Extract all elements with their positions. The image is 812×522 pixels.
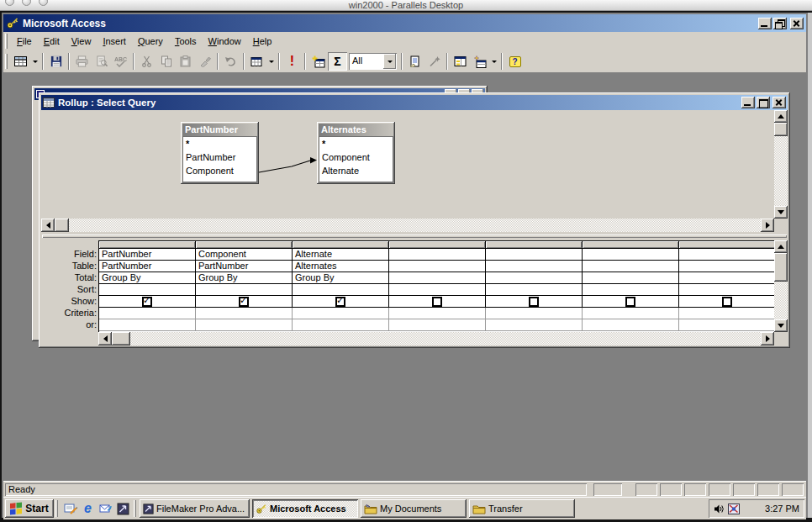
scroll-up-button[interactable] [774, 240, 788, 253]
grid-cell-sort[interactable] [196, 284, 293, 296]
grid-cell-criteria[interactable] [293, 308, 389, 319]
start-button[interactable]: Start [5, 499, 54, 518]
run-button[interactable]: ! [282, 52, 302, 71]
format-painter-button[interactable] [195, 52, 214, 71]
grid-cell-sort[interactable] [583, 284, 679, 296]
internet-explorer-icon[interactable]: e [79, 500, 97, 517]
field-item[interactable]: Alternate [322, 164, 393, 177]
print-preview-button[interactable] [92, 52, 111, 71]
mac-titlebar[interactable]: win2000 - Parallels Desktop [0, 0, 812, 11]
grid-cell-table[interactable] [389, 261, 486, 272]
menubar-drag-handle[interactable] [5, 34, 8, 49]
grid-cell-total[interactable] [583, 272, 679, 284]
view-dropdown-arrow[interactable] [30, 52, 40, 71]
scroll-right-button[interactable] [761, 332, 774, 345]
grid-cell-field[interactable] [486, 249, 583, 261]
grid-cell-table[interactable] [583, 261, 679, 272]
query-minimize-button[interactable] [741, 97, 755, 108]
query-type-button[interactable] [247, 52, 266, 71]
show-checkbox[interactable] [625, 297, 635, 307]
diagram-horizontal-scrollbar[interactable] [41, 219, 774, 232]
grid-cell-table[interactable] [679, 261, 774, 272]
query-type-dropdown-arrow[interactable] [266, 52, 276, 71]
scroll-down-button[interactable] [774, 319, 788, 332]
grid-cell-field[interactable]: PartNumber [99, 249, 196, 261]
menu-insert[interactable]: Insert [97, 34, 132, 49]
grid-cell-or[interactable] [679, 319, 774, 331]
field-item[interactable]: Component [186, 164, 256, 177]
grid-cell-total[interactable]: Group By [293, 272, 389, 284]
database-window-button[interactable] [451, 52, 470, 71]
spelling-button[interactable]: ABC [111, 52, 130, 71]
field-list-partnumber[interactable]: PartNumber * PartNumber Component [181, 122, 259, 184]
diagram-vertical-scrollbar[interactable] [774, 110, 788, 219]
scroll-left-button[interactable] [98, 332, 112, 345]
grid-cell-criteria[interactable] [679, 308, 774, 319]
grid-cell-criteria[interactable] [583, 308, 679, 319]
taskbar-clock[interactable]: 3:27 PM [744, 504, 799, 514]
grid-cell-table[interactable] [486, 261, 583, 272]
view-datasheet-button[interactable] [11, 52, 30, 71]
task-transfer[interactable]: Transfer [469, 499, 575, 518]
grid-cell-total[interactable]: Group By [196, 272, 293, 284]
scroll-thumb[interactable] [774, 123, 788, 136]
grid-cell-sort[interactable] [679, 284, 774, 296]
grid-cell-sort[interactable] [99, 284, 196, 296]
properties-button[interactable] [405, 52, 424, 71]
pane-splitter[interactable] [41, 232, 788, 240]
field-item[interactable]: Component [322, 150, 393, 164]
restore-button[interactable] [773, 18, 787, 29]
top-values-combobox[interactable]: All [349, 53, 397, 70]
show-table-button[interactable] [308, 52, 328, 71]
scroll-thumb[interactable] [112, 332, 130, 345]
grid-cell-criteria[interactable] [196, 308, 293, 319]
grid-cell-field[interactable]: Component [196, 249, 293, 261]
show-checkbox[interactable] [432, 297, 442, 307]
field-list-title[interactable]: Alternates [319, 124, 393, 136]
grid-cell-or[interactable] [389, 319, 486, 331]
column-selector[interactable] [293, 241, 389, 249]
grid-cell-table[interactable]: PartNumber [196, 261, 293, 272]
toolbar-drag-handle[interactable] [5, 54, 8, 69]
field-item[interactable]: * [322, 137, 393, 150]
menu-help[interactable]: Help [247, 34, 278, 49]
task-microsoft-access[interactable]: Microsoft Access [252, 499, 358, 518]
show-checkbox[interactable] [722, 297, 732, 307]
grid-cell-field[interactable] [389, 249, 486, 261]
menu-query[interactable]: Query [132, 34, 169, 49]
grid-cell-criteria[interactable] [99, 308, 196, 319]
grid-cell-or[interactable] [196, 319, 293, 331]
scroll-right-button[interactable] [761, 219, 774, 232]
grid-cell-sort[interactable] [389, 284, 486, 296]
menu-file[interactable]: File [11, 34, 38, 49]
show-checkbox[interactable] [529, 297, 539, 307]
scroll-down-button[interactable] [774, 206, 788, 219]
new-object-button[interactable] [470, 52, 489, 71]
grid-cell-sort[interactable] [486, 284, 583, 296]
show-checkbox[interactable] [239, 297, 249, 307]
grid-cell-or[interactable] [486, 319, 583, 331]
parallels-tools-icon[interactable] [728, 504, 740, 514]
menu-window[interactable]: Window [203, 34, 247, 49]
cut-button[interactable] [137, 52, 156, 71]
top-values-dropdown-button[interactable] [383, 54, 396, 69]
column-selector[interactable] [196, 241, 293, 249]
grid-cell-or[interactable] [293, 319, 389, 331]
column-selector[interactable] [679, 241, 774, 249]
show-desktop-icon[interactable] [61, 500, 79, 517]
column-selector[interactable] [486, 241, 583, 249]
grid-cell-sort[interactable] [293, 284, 389, 296]
column-selector[interactable] [583, 241, 679, 249]
field-item[interactable]: * [186, 137, 256, 150]
task-my-documents[interactable]: My Documents [361, 499, 467, 518]
help-button[interactable]: ? [505, 52, 525, 71]
volume-icon[interactable] [714, 504, 724, 514]
query-window-titlebar[interactable]: Rollup : Select Query [41, 95, 788, 110]
undo-button[interactable] [221, 52, 240, 71]
grid-cell-criteria[interactable] [389, 308, 486, 319]
menu-edit[interactable]: Edit [38, 34, 66, 49]
access-titlebar[interactable]: Microsoft Access [3, 14, 806, 32]
scroll-thumb[interactable] [774, 253, 788, 282]
grid-cell-field[interactable] [679, 249, 774, 261]
filemaker-quicklaunch-icon[interactable] [114, 500, 132, 517]
